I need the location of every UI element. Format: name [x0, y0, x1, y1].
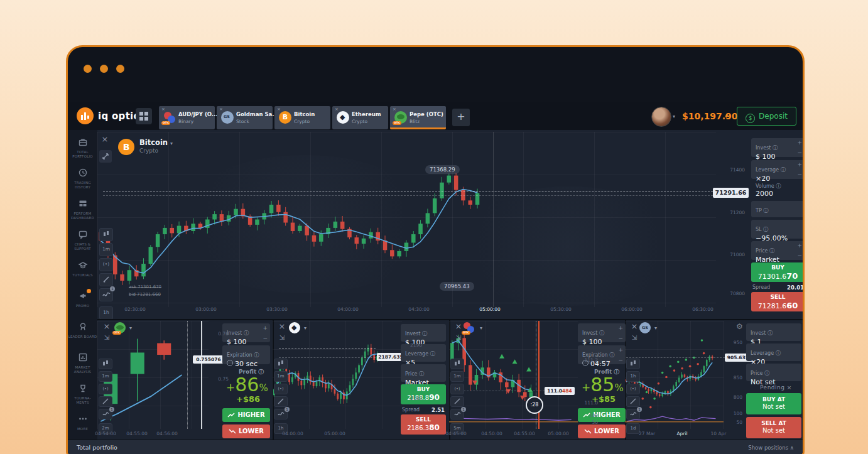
- chart-type-button[interactable]: [99, 359, 112, 369]
- decrease-button[interactable]: −: [797, 252, 802, 259]
- deposit-button[interactable]: $Deposit: [737, 107, 796, 126]
- show-positions-toggle[interactable]: Show positions ∧: [748, 445, 794, 451]
- buy-button[interactable]: BUY 2188.890: [401, 384, 446, 404]
- price-type-field[interactable]: Price ⓘMarket +−: [751, 241, 805, 260]
- chart-type-button[interactable]: [99, 228, 113, 241]
- chevron-down-icon[interactable]: ▾: [673, 114, 675, 119]
- sidebar-item-total-portfolio[interactable]: TOTAL PORTFOLIO: [68, 135, 97, 164]
- tab-bitcoin[interactable]: × B Bitcoin Crypto: [274, 106, 330, 129]
- main-chart-plot[interactable]: [97, 132, 716, 307]
- invest-field[interactable]: Invest ⓘ$ 100 +−: [578, 323, 626, 342]
- expand-chart-icon[interactable]: ⇲: [454, 333, 463, 342]
- avatar[interactable]: [651, 107, 671, 127]
- close-icon[interactable]: ×: [277, 107, 281, 112]
- indicators-button[interactable]: 1: [99, 288, 113, 301]
- gear-icon[interactable]: ⚙: [736, 322, 743, 331]
- price-type-field[interactable]: Price ⓘNot set: [746, 364, 801, 381]
- range-button[interactable]: 1h: [99, 306, 113, 320]
- expand-chart-button[interactable]: [99, 150, 112, 163]
- close-icon[interactable]: ×: [161, 107, 165, 112]
- expand-chart-icon[interactable]: ⇲: [102, 333, 111, 342]
- higher-button[interactable]: HIGHER: [222, 408, 270, 422]
- indicators-button[interactable]: 1: [626, 409, 640, 419]
- invest-field[interactable]: Invest ⓘ$ 1: [746, 323, 801, 341]
- draw-tool-button[interactable]: [274, 396, 288, 407]
- chart-type-button[interactable]: [450, 359, 464, 369]
- decrease-button[interactable]: −: [797, 149, 802, 156]
- increase-button[interactable]: +: [263, 325, 268, 331]
- chart-type-button[interactable]: [274, 359, 288, 369]
- increase-button[interactable]: +: [618, 347, 623, 353]
- close-chart-icon[interactable]: ×: [278, 322, 286, 331]
- timeframe-button[interactable]: 1m: [450, 371, 464, 382]
- increase-button[interactable]: +: [797, 139, 802, 146]
- pepe-icon[interactable]: OTC: [114, 322, 126, 333]
- close-icon[interactable]: ×: [335, 107, 339, 112]
- sidebar-item-perform-dashboard[interactable]: PERFORM DASHBOARD: [68, 197, 97, 225]
- buy-button[interactable]: BUY 71301.670: [751, 262, 805, 282]
- close-icon[interactable]: ×: [787, 384, 792, 391]
- invest-field[interactable]: Invest ⓘ$ 100 +−: [751, 138, 805, 157]
- sidebar-item-more[interactable]: MORE: [68, 412, 97, 441]
- timeframe-button[interactable]: 1h: [626, 371, 640, 382]
- increase-button[interactable]: +: [797, 242, 802, 249]
- indicators-button[interactable]: 1: [274, 409, 288, 419]
- expand-chart-icon[interactable]: ⇲: [278, 333, 286, 342]
- chevron-down-icon[interactable]: ▾: [480, 325, 482, 331]
- sell-button[interactable]: SELL 2186.380: [401, 414, 446, 435]
- live-signal-button[interactable]: (•): [99, 258, 113, 271]
- draw-tool-button[interactable]: [626, 396, 640, 407]
- decrease-button[interactable]: −: [263, 335, 268, 341]
- balance-chevron-icon[interactable]: ▾: [725, 114, 727, 119]
- buy-at-button[interactable]: BUY AT Not set: [746, 393, 801, 414]
- lower-button[interactable]: LOWER: [222, 424, 270, 438]
- ethereum-chart-plot[interactable]: [273, 321, 402, 429]
- live-signal-button[interactable]: (•): [626, 384, 640, 394]
- live-signal-button[interactable]: (•): [450, 384, 464, 394]
- leverage-field[interactable]: Leverage ⓘ×20 +−: [751, 160, 805, 179]
- sidebar-item-market-analysis[interactable]: MARKET ANALYSIS: [68, 350, 97, 379]
- sidebar-item-trading-history[interactable]: TRADING HISTORY: [68, 166, 97, 195]
- timeframe-button[interactable]: 1m: [274, 371, 288, 382]
- draw-tool-button[interactable]: [99, 396, 112, 407]
- chevron-down-icon[interactable]: ▾: [654, 325, 657, 331]
- expiration-field[interactable]: Expiration ⓘ 30 sec: [222, 345, 270, 364]
- invest-field[interactable]: Invest ⓘ$ 100: [401, 324, 446, 342]
- tab-goldman[interactable]: × GS Goldman Sa... Stock: [217, 106, 273, 129]
- add-asset-button[interactable]: +: [452, 109, 470, 126]
- portfolio-bar[interactable]: Total portfolio Show positions ∧: [68, 440, 803, 454]
- draw-tool-button[interactable]: [450, 396, 464, 407]
- increase-button[interactable]: +: [618, 325, 623, 331]
- draw-tool-button[interactable]: [99, 273, 113, 286]
- expand-chart-icon[interactable]: ⇲: [630, 333, 639, 342]
- tab-pepe-active[interactable]: × OTC Pepe (OTC) Blitz: [390, 106, 446, 129]
- audjpy-icon[interactable]: OTC: [464, 322, 475, 333]
- close-chart-icon[interactable]: ×: [454, 322, 463, 331]
- indicators-button[interactable]: 1: [99, 409, 112, 419]
- sidebar-item-tournaments[interactable]: TOURNA- MENTS: [68, 381, 97, 410]
- timeframe-button[interactable]: 1m: [99, 371, 112, 382]
- range-button[interactable]: 1d: [626, 423, 640, 434]
- tab-ethereum[interactable]: × ◆ Ethereum Crypto: [332, 106, 388, 129]
- chevron-down-icon[interactable]: ▾: [129, 325, 132, 331]
- live-signal-button[interactable]: (•): [274, 384, 288, 394]
- close-chart-icon[interactable]: ×: [630, 322, 639, 331]
- stop-loss-field[interactable]: SL ⓘ−95.00%: [751, 220, 805, 239]
- ethereum-icon[interactable]: ◆: [289, 322, 300, 333]
- indicators-button[interactable]: 1: [450, 409, 464, 419]
- price-type-field[interactable]: Price ⓘMarket: [401, 364, 446, 382]
- close-chart-icon[interactable]: ×: [102, 322, 111, 331]
- decrease-button[interactable]: −: [618, 335, 623, 341]
- sell-at-button[interactable]: SELL AT Not set: [746, 417, 801, 438]
- audjpy-chart-plot[interactable]: [449, 321, 578, 429]
- sell-button[interactable]: SELL 71281.660: [751, 292, 805, 311]
- take-profit-field[interactable]: TP ⓘ—: [751, 201, 805, 217]
- sidebar-item-promo[interactable]: PROMO: [68, 289, 97, 318]
- decrease-button[interactable]: −: [797, 171, 802, 178]
- pending-row[interactable]: Pending ×: [760, 384, 792, 391]
- asset-grid-button[interactable]: [136, 108, 152, 124]
- close-icon[interactable]: ×: [219, 107, 223, 112]
- close-chart-icon[interactable]: ×: [100, 135, 109, 144]
- increase-button[interactable]: +: [797, 161, 802, 168]
- live-signal-button[interactable]: (•): [99, 384, 112, 394]
